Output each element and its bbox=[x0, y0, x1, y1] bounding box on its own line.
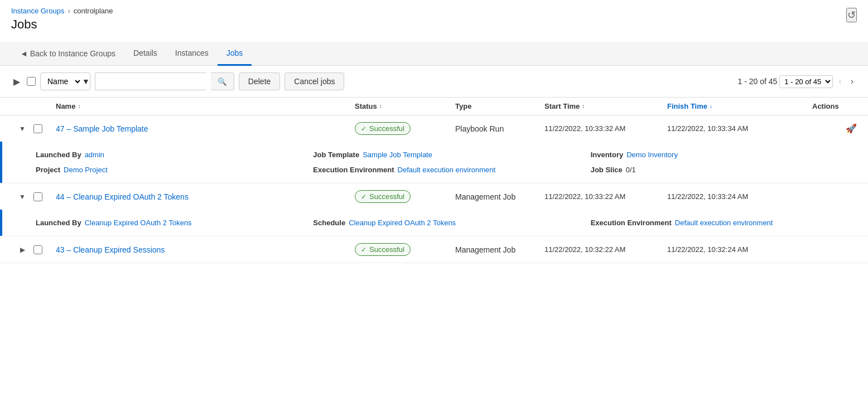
pagination-text: 1 - 20 of 45 bbox=[738, 77, 778, 86]
col-header-actions: Actions bbox=[812, 102, 857, 110]
exec-env-value[interactable]: Default execution environment bbox=[398, 166, 496, 174]
job-detail-panel: Launched By Cleanup Expired OAuth 2 Toke… bbox=[0, 210, 868, 236]
start-sort-icon: ↕ bbox=[582, 103, 585, 109]
search-input[interactable] bbox=[95, 72, 206, 90]
job-slice-value: 0/1 bbox=[626, 166, 636, 174]
job-name-link[interactable]: 47 – Sample Job Template bbox=[56, 124, 148, 133]
inventory-label: Inventory bbox=[591, 151, 624, 159]
exec-env-label: Execution Environment bbox=[313, 166, 394, 174]
page-select[interactable]: 1 - 20 of 45 bbox=[779, 75, 833, 88]
tab-back[interactable]: ◄ Back to Instance Groups bbox=[11, 42, 124, 65]
start-time: 11/22/2022, 10:32:22 AM bbox=[544, 245, 667, 254]
tabs-bar: ◄ Back to Instance Groups Details Instan… bbox=[0, 42, 868, 66]
job-template-label: Job Template bbox=[313, 151, 359, 159]
col-header-type: Type bbox=[455, 102, 544, 110]
select-all-checkbox[interactable] bbox=[27, 77, 36, 86]
toolbar: ▶ Name ▼ 🔍 Delete Cancel jobs 1 - 20 of … bbox=[0, 66, 868, 98]
pagination: 1 - 20 of 45 1 - 20 of 45 ‹ › bbox=[738, 74, 857, 89]
exec-env-value[interactable]: Default execution environment bbox=[675, 219, 773, 227]
job-detail-panel: Launched By admin Job Template Sample Jo… bbox=[0, 142, 868, 183]
job-name-link[interactable]: 44 – Cleanup Expired OAuth 2 Tokens bbox=[56, 192, 189, 201]
start-time: 11/22/2022, 10:33:22 AM bbox=[544, 192, 667, 201]
job-type: Management Job bbox=[455, 192, 544, 201]
launched-by-label: Launched By bbox=[36, 151, 81, 159]
relaunch-icon[interactable]: 🚀 bbox=[846, 123, 857, 134]
finish-sort-icon: ↓ bbox=[710, 103, 712, 109]
breadcrumb-parent[interactable]: Instance Groups bbox=[11, 7, 64, 15]
name-sort-icon: ↕ bbox=[78, 103, 80, 109]
row-checkbox[interactable] bbox=[33, 124, 42, 133]
launched-by-label: Launched By bbox=[36, 219, 81, 227]
finish-time: 11/22/2022, 10:33:24 AM bbox=[667, 192, 812, 201]
status-badge: ✓ Successful bbox=[355, 122, 411, 135]
breadcrumb-child: controlplane bbox=[74, 7, 113, 15]
row-checkbox[interactable] bbox=[33, 245, 42, 254]
expand-all-button[interactable]: ▶ bbox=[11, 74, 22, 89]
job-type: Management Job bbox=[455, 245, 544, 254]
table-row: ▶ 43 – Cleanup Expired Sessions ✓ Succes… bbox=[0, 236, 868, 263]
content-area: ▶ Name ▼ 🔍 Delete Cancel jobs 1 - 20 of … bbox=[0, 66, 868, 263]
job-main-row: ▼ 47 – Sample Job Template ✓ Successful … bbox=[0, 115, 868, 142]
launched-by-value[interactable]: Cleanup Expired OAuth 2 Tokens bbox=[85, 219, 192, 227]
job-name-link[interactable]: 43 – Cleanup Expired Sessions bbox=[56, 245, 165, 254]
page-title: Jobs bbox=[11, 17, 857, 32]
check-icon: ✓ bbox=[361, 246, 367, 254]
check-icon: ✓ bbox=[361, 125, 367, 133]
tab-instances[interactable]: Instances bbox=[166, 42, 218, 66]
filter-select-container: Name ▼ bbox=[40, 72, 90, 90]
row-checkbox[interactable] bbox=[33, 192, 42, 201]
breadcrumb: Instance Groups › controlplane bbox=[11, 7, 857, 15]
schedule-value[interactable]: Cleanup Expired OAuth 2 Tokens bbox=[349, 219, 456, 227]
cancel-jobs-button[interactable]: Cancel jobs bbox=[284, 72, 344, 90]
job-main-row: ▼ 44 – Cleanup Expired OAuth 2 Tokens ✓ … bbox=[0, 183, 868, 210]
status-sort-icon: ↕ bbox=[379, 103, 382, 109]
finish-time: 11/22/2022, 10:33:34 AM bbox=[667, 124, 812, 133]
job-slice-label: Job Slice bbox=[591, 166, 623, 174]
job-main-row: ▶ 43 – Cleanup Expired Sessions ✓ Succes… bbox=[0, 236, 868, 263]
launched-by-value[interactable]: admin bbox=[85, 151, 104, 159]
schedule-label: Schedule bbox=[313, 219, 345, 227]
project-value[interactable]: Demo Project bbox=[64, 166, 108, 174]
search-icon: 🔍 bbox=[218, 77, 227, 86]
row-expand-button[interactable]: ▼ bbox=[11, 124, 33, 134]
job-type: Playbook Run bbox=[455, 124, 544, 133]
status-badge: ✓ Successful bbox=[355, 243, 411, 256]
table-header: Name ↕ Status ↕ Type Start Time ↕ Finish… bbox=[0, 98, 868, 115]
col-header-name[interactable]: Name ↕ bbox=[56, 102, 355, 110]
exec-env-label: Execution Environment bbox=[591, 219, 672, 227]
filter-select[interactable]: Name bbox=[41, 73, 82, 90]
check-icon: ✓ bbox=[361, 193, 367, 201]
prev-page-button[interactable]: ‹ bbox=[835, 74, 845, 89]
tab-details[interactable]: Details bbox=[124, 42, 166, 66]
row-expand-button[interactable]: ▼ bbox=[11, 192, 33, 202]
job-template-value[interactable]: Sample Job Template bbox=[363, 151, 432, 159]
finish-time: 11/22/2022, 10:32:24 AM bbox=[667, 245, 812, 254]
next-page-button[interactable]: › bbox=[847, 74, 857, 89]
table-row: ▼ 44 – Cleanup Expired OAuth 2 Tokens ✓ … bbox=[0, 183, 868, 236]
history-icon[interactable]: ↺ bbox=[846, 8, 857, 22]
inventory-value[interactable]: Demo Inventory bbox=[626, 151, 678, 159]
row-expand-button[interactable]: ▶ bbox=[11, 245, 33, 255]
start-time: 11/22/2022, 10:33:32 AM bbox=[544, 124, 667, 133]
table-row: ▼ 47 – Sample Job Template ✓ Successful … bbox=[0, 115, 868, 183]
search-button[interactable]: 🔍 bbox=[211, 72, 234, 90]
tab-jobs[interactable]: Jobs bbox=[218, 42, 252, 66]
delete-button[interactable]: Delete bbox=[239, 72, 280, 90]
filter-chevron-icon: ▼ bbox=[82, 77, 90, 86]
col-header-start-time[interactable]: Start Time ↕ bbox=[544, 102, 667, 110]
breadcrumb-separator: › bbox=[67, 7, 70, 15]
project-label: Project bbox=[36, 166, 60, 174]
status-badge: ✓ Successful bbox=[355, 190, 411, 203]
col-header-finish-time[interactable]: Finish Time ↓ bbox=[667, 102, 812, 110]
col-header-status[interactable]: Status ↕ bbox=[355, 102, 455, 110]
